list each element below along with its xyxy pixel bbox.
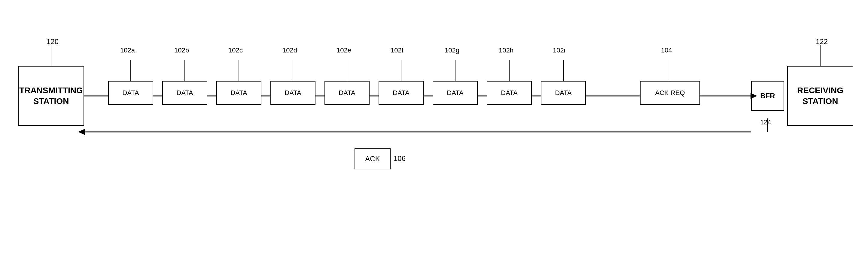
packet-102e: DATA [324,81,370,105]
bfr-ref: 124 [760,118,771,126]
label-102h: 102h [499,46,514,54]
bfr-label: BFR [760,91,775,101]
label-104: 104 [661,46,672,54]
receiving-station-box: RECEIVING STATION [787,66,853,126]
transmitting-station-label: TRANSMITTING STATION [19,85,83,107]
svg-marker-3 [78,129,85,135]
packet-102d: DATA [270,81,315,105]
transmitting-station-box: TRANSMITTING STATION [18,66,84,126]
packet-102c: DATA [216,81,261,105]
packet-ack-req: ACK REQ [640,81,700,105]
packet-102f: DATA [378,81,424,105]
label-102d: 102d [282,46,297,54]
receiving-station-label: RECEIVING STATION [797,85,843,107]
label-102b: 102b [174,46,189,54]
packet-102b: DATA [162,81,207,105]
packet-102i: DATA [541,81,586,105]
packet-ack: ACK [354,148,391,170]
packet-102h: DATA [487,81,532,105]
bfr-box: BFR [751,81,784,111]
packet-102a: DATA [108,81,153,105]
label-102a: 102a [120,46,135,54]
packet-102g: DATA [433,81,478,105]
arrows-svg [0,0,868,259]
label-102c: 102c [228,46,243,54]
transmitting-station-ref: 120 [46,37,59,46]
label-102i: 102i [553,46,565,54]
diagram-container: TRANSMITTING STATION 120 RECEIVING STATI… [0,0,868,259]
label-106: 106 [394,154,406,163]
label-102g: 102g [445,46,459,54]
label-102f: 102f [391,46,403,54]
label-102e: 102e [337,46,351,54]
receiving-station-ref: 122 [816,37,828,46]
